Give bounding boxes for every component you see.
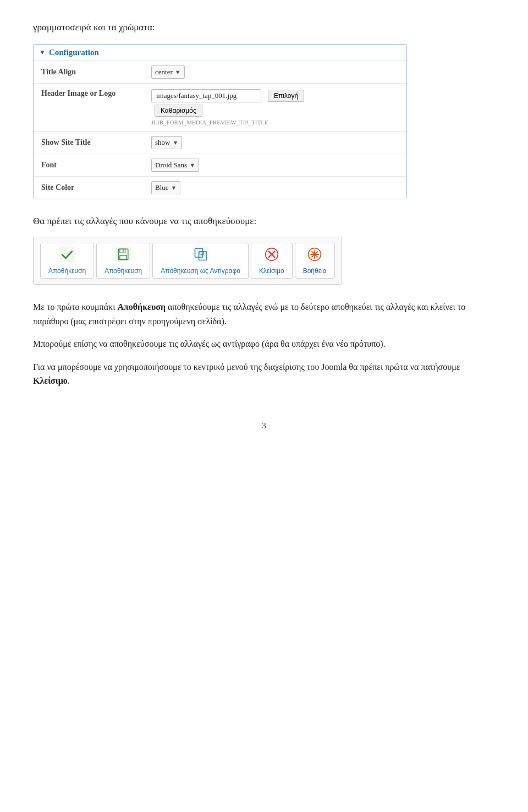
help-icon: [307, 247, 322, 264]
select-image-button[interactable]: Επιλογή: [268, 90, 304, 102]
paragraph-2: Μπορούμε επίσης να αποθηκεύσουμε τις αλλ…: [33, 337, 495, 351]
font-select[interactable]: Droid Sans ▼: [151, 159, 199, 172]
page-number: 3: [33, 421, 495, 430]
disk-copy-icon: [193, 247, 208, 264]
config-header: ▼ Configuration: [34, 45, 406, 61]
config-title: Configuration: [49, 48, 99, 57]
x-circle-icon: [264, 247, 279, 264]
save-copy-button[interactable]: Αποθήκευση ως Αντίγραφο: [152, 243, 249, 279]
config-table: Title Align center ▼ Header Image or Log…: [34, 61, 406, 199]
table-row: Site Color Blue ▼: [34, 177, 406, 199]
paragraph-3: Για να μπορέσουμε να χρησιμοποιήσουμε το…: [33, 360, 495, 388]
site-color-value: Blue: [155, 183, 169, 192]
checkmark-icon: [59, 247, 75, 264]
close-button[interactable]: Κλείσιμο: [251, 243, 293, 279]
show-site-title-value: show: [155, 138, 170, 147]
save-disk-button[interactable]: Αποθήκευση: [96, 243, 150, 279]
configuration-box: ▼ Configuration Title Align center ▼ Hea…: [33, 44, 407, 199]
field-label-title-align: Title Align: [34, 61, 144, 84]
title-align-select[interactable]: center ▼: [151, 66, 185, 79]
chevron-down-icon: ▼: [175, 69, 181, 75]
header-image-value: images/fantasy_tap_001.jpg: [151, 89, 261, 102]
chevron-down-icon: ▼: [189, 162, 195, 168]
chevron-down-icon: ▼: [172, 139, 178, 146]
help-button[interactable]: Βοήθεια: [295, 243, 335, 279]
field-label-header-image: Header Image or Logo: [34, 84, 144, 132]
site-color-select[interactable]: Blue ▼: [151, 181, 180, 194]
chevron-down-icon: ▼: [171, 184, 177, 191]
field-label-site-color: Site Color: [34, 177, 144, 199]
save-copy-button-label: Αποθήκευση ως Αντίγραφο: [161, 267, 240, 275]
table-row: Font Droid Sans ▼: [34, 154, 406, 177]
table-row: Show Site Title show ▼: [34, 132, 406, 154]
close-button-label: Κλείσιμο: [259, 267, 284, 275]
field-label-show-site-title: Show Site Title: [34, 132, 144, 154]
clear-image-button[interactable]: Καθαρισμός: [155, 105, 202, 117]
save-button-label: Αποθήκευση: [48, 267, 86, 275]
config-arrow-icon: ▼: [39, 48, 46, 57]
font-value: Droid Sans: [155, 161, 187, 170]
paragraph-1: Με το πρώτο κουμπάκι Αποθήκευση αποθηκεύ…: [33, 300, 495, 328]
toolbar: Αποθήκευση Αποθήκευση Αποθήκευση ως Αντί…: [33, 237, 342, 285]
save-button[interactable]: Αποθήκευση: [40, 243, 94, 279]
title-align-value: center: [155, 68, 173, 77]
field-label-font: Font: [34, 154, 144, 177]
disk-icon: [116, 247, 131, 264]
save-prompt-text: Θα πρέπει τις αλλαγές που κάνουμε να τις…: [33, 216, 495, 227]
table-row: Title Align center ▼: [34, 61, 406, 84]
intro-text: γραμματοσειρά και τα χρώματα:: [33, 22, 495, 33]
jlib-preview-text: JLIB_FORM_MEDIA_PREVIEW_TIP_TITLE: [151, 119, 399, 126]
show-site-title-select[interactable]: show ▼: [151, 136, 182, 149]
table-row: Header Image or Logo images/fantasy_tap_…: [34, 84, 406, 132]
save-disk-button-label: Αποθήκευση: [105, 267, 142, 275]
help-button-label: Βοήθεια: [303, 267, 327, 275]
